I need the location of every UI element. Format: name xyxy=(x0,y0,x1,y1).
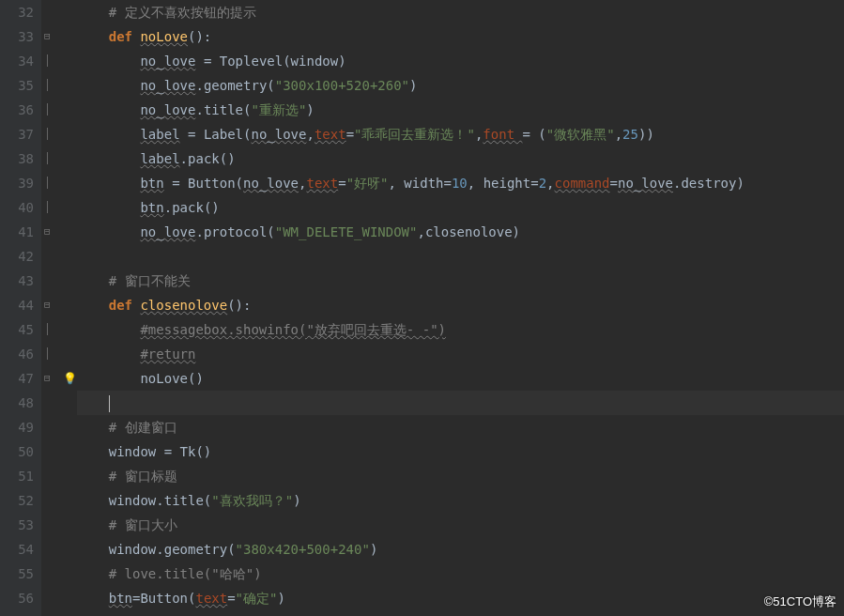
token: closenolove) xyxy=(425,224,520,239)
token: ) xyxy=(370,542,377,557)
code-line[interactable]: # 定义不喜欢按钮的提示 xyxy=(77,0,844,24)
code-line[interactable]: label.pack() xyxy=(77,146,844,171)
code-line[interactable]: #messagebox.showinfo("放弃吧回去重选- -") xyxy=(77,317,844,342)
token: ) xyxy=(293,493,300,508)
token: , width= xyxy=(389,176,452,191)
code-line[interactable]: def closenolove(): xyxy=(77,293,844,317)
code-line[interactable]: #return xyxy=(77,342,844,366)
code-line[interactable]: label = Label(no_love,text="乖乖回去重新选！",fo… xyxy=(77,122,844,146)
token: text xyxy=(306,176,338,191)
token: .pack() xyxy=(164,200,220,215)
code-area[interactable]: # 定义不喜欢按钮的提示 def noLove(): no_love = Top… xyxy=(77,0,844,616)
token xyxy=(77,200,140,215)
code-line[interactable]: # 窗口标题 xyxy=(77,464,844,488)
token: ) xyxy=(306,102,314,117)
hint-column: 💡 xyxy=(62,0,77,616)
token: btn xyxy=(140,176,163,191)
token: (): xyxy=(188,29,211,44)
lightbulb-icon[interactable]: 💡 xyxy=(63,366,77,391)
token: =Button( xyxy=(132,591,195,606)
code-line[interactable]: # 窗口大小 xyxy=(77,513,844,537)
code-line[interactable]: window = Tk() xyxy=(77,439,844,464)
line-number: 35 xyxy=(0,73,41,98)
token: no_love xyxy=(140,224,195,239)
token: .title( xyxy=(195,102,251,117)
token: "乖乖回去重新选！" xyxy=(354,127,475,142)
token: "好呀" xyxy=(346,176,389,191)
line-number: 54 xyxy=(0,537,41,562)
fold-close-icon[interactable]: ⊟ xyxy=(44,366,51,391)
fold-close-icon[interactable]: ⊟ xyxy=(44,220,51,244)
fold-bar-icon: │ xyxy=(44,195,51,220)
token xyxy=(77,102,140,117)
line-number: 46 xyxy=(0,342,41,366)
token xyxy=(77,469,109,484)
code-line[interactable]: btn.pack() xyxy=(77,195,844,220)
code-line[interactable]: btn=Button(text="确定") xyxy=(77,586,844,610)
token: = xyxy=(227,591,235,606)
code-line[interactable]: # love.title("哈哈") xyxy=(77,562,844,586)
fold-bar-icon: │ xyxy=(44,171,51,195)
line-number: 38 xyxy=(0,146,41,171)
code-line[interactable]: btn = Button(no_love,text="好呀", width=10… xyxy=(77,171,844,195)
line-number: 45 xyxy=(0,317,41,342)
token: window = Tk() xyxy=(109,444,212,459)
fold-open-icon[interactable]: ⊟ xyxy=(44,24,51,49)
code-line[interactable] xyxy=(77,244,844,269)
line-number: 36 xyxy=(0,98,41,122)
fold-bar-icon: │ xyxy=(44,122,51,146)
code-line[interactable]: # 窗口不能关 xyxy=(77,269,844,293)
token: , xyxy=(306,127,314,142)
token: # 窗口大小 xyxy=(109,517,177,532)
line-number: 39 xyxy=(0,171,41,195)
token: = Button( xyxy=(164,176,243,191)
token xyxy=(77,78,140,93)
token: ) xyxy=(409,78,417,93)
token: (): xyxy=(227,298,251,313)
fold-column[interactable]: ⊟│││││││⊟⊟││⊟ xyxy=(41,0,62,616)
token: text xyxy=(315,127,346,142)
token: def xyxy=(109,29,141,44)
token: window.geometry( xyxy=(109,542,236,557)
token: = xyxy=(195,54,219,69)
code-line[interactable]: window.geometry("380x420+500+240") xyxy=(77,537,844,562)
token: # love.title("哈哈") xyxy=(109,566,262,581)
token: , xyxy=(417,224,424,239)
token xyxy=(77,566,109,581)
fold-bar-icon: │ xyxy=(44,146,51,171)
token xyxy=(77,371,140,386)
code-line[interactable]: window.title("喜欢我吗？") xyxy=(77,488,844,513)
line-number: 41 xyxy=(0,220,41,244)
token xyxy=(77,591,109,606)
token: #return xyxy=(140,346,195,362)
code-line[interactable] xyxy=(77,391,844,415)
fold-open-icon[interactable]: ⊟ xyxy=(44,293,51,317)
code-line[interactable]: # 创建窗口 xyxy=(77,415,844,439)
token: , xyxy=(546,176,554,191)
token: .destroy) xyxy=(673,176,744,191)
code-lines[interactable]: # 定义不喜欢按钮的提示 def noLove(): no_love = Top… xyxy=(77,0,844,610)
token: = xyxy=(338,176,345,191)
token: label xyxy=(140,127,179,142)
fold-bar-icon: │ xyxy=(44,49,51,73)
line-number: 43 xyxy=(0,269,41,293)
token xyxy=(77,29,109,44)
code-line[interactable]: no_love.geometry("300x100+520+260") xyxy=(77,73,844,98)
token: )) xyxy=(638,127,654,142)
code-editor[interactable]: 3233343536373839404142434445464748495051… xyxy=(0,0,844,616)
line-number: 51 xyxy=(0,464,41,488)
code-line[interactable]: noLove() xyxy=(77,366,844,391)
token: no_love xyxy=(251,127,306,142)
token: def xyxy=(109,298,141,313)
code-line[interactable]: def noLove(): xyxy=(77,24,844,49)
line-number: 56 xyxy=(0,586,41,610)
fold-bar-icon: │ xyxy=(44,98,51,122)
token: no_love xyxy=(618,176,673,191)
token xyxy=(77,273,109,288)
token: # 创建窗口 xyxy=(109,420,177,435)
code-line[interactable]: no_love.protocol("WM_DELETE_WINDOW",clos… xyxy=(77,220,844,244)
code-line[interactable]: no_love = Toplevel(window) xyxy=(77,49,844,73)
code-line[interactable]: no_love.title("重新选") xyxy=(77,98,844,122)
line-number: 49 xyxy=(0,415,41,439)
token: , xyxy=(615,127,622,142)
